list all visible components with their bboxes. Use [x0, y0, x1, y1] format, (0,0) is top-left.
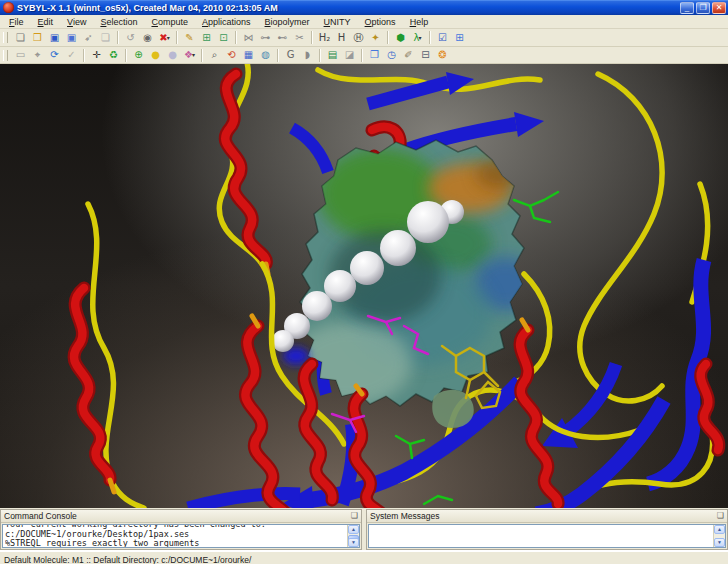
- command-console-body[interactable]: Your current working directory has been …: [2, 524, 360, 548]
- recycle-view-icon[interactable]: ♻: [105, 48, 122, 63]
- screen-capture-icon[interactable]: ▭: [12, 48, 29, 63]
- toolbar-grip[interactable]: [3, 32, 8, 43]
- hydrogen-icon: H: [338, 33, 346, 43]
- join-molecules-icon[interactable]: ⋈: [240, 30, 257, 45]
- save-icon[interactable]: ▣: [46, 30, 63, 45]
- fit-view-icon: ⊡: [219, 33, 227, 43]
- menu-selection[interactable]: Selection: [93, 17, 144, 27]
- system-messages-header[interactable]: System Messages ❏: [367, 510, 727, 523]
- unity-gem-icon[interactable]: ⬢: [392, 30, 409, 45]
- menu-unity[interactable]: UNITY: [317, 17, 358, 27]
- light-off-icon[interactable]: ●: [164, 48, 181, 63]
- globe-select-icon[interactable]: ◍: [257, 48, 274, 63]
- add-hydrogens-icon[interactable]: H₂: [316, 30, 333, 45]
- molecular-table-icon: ⊞: [455, 33, 463, 43]
- brush-tool-icon: ✐: [404, 50, 412, 60]
- light-on-icon[interactable]: ●: [147, 48, 164, 63]
- merge-molecules-icon[interactable]: ⊶: [257, 30, 274, 45]
- brush-tool-icon[interactable]: ✐: [400, 48, 417, 63]
- float-panel-icon[interactable]: ❏: [351, 512, 358, 520]
- eraser-icon[interactable]: ◪: [341, 48, 358, 63]
- apply-check-icon[interactable]: ✓: [63, 48, 80, 63]
- molecular-table-icon[interactable]: ⊞: [451, 30, 468, 45]
- menu-biopolymer[interactable]: Biopolymer: [258, 17, 317, 27]
- float-panel-icon[interactable]: ❏: [717, 512, 724, 520]
- menu-options[interactable]: Options: [358, 17, 403, 27]
- hide-hydrogens-icon[interactable]: Ⓗ: [350, 30, 367, 45]
- export-file-icon[interactable]: ➶: [80, 30, 97, 45]
- title-bar: SYBYL-X 1.1 (winnt_os5x), Created Mar 04…: [0, 0, 728, 15]
- menu-file[interactable]: File: [2, 17, 31, 27]
- open-folder-icon[interactable]: ❒: [29, 30, 46, 45]
- menu-view[interactable]: View: [60, 17, 93, 27]
- menu-applications[interactable]: Applications: [195, 17, 258, 27]
- fit-view-icon[interactable]: ⊡: [215, 30, 232, 45]
- view-molecule-icon[interactable]: ⊞: [198, 30, 215, 45]
- toolbar-row-1: ❏❒▣▣➶❏↺◉✖▾✎⊞⊡⋈⊶⊷✂H₂HⒽ✦⬢λ▾☑⊞: [0, 29, 728, 47]
- monitor-molecule-icon[interactable]: ⊟: [417, 48, 434, 63]
- close-button[interactable]: ✕: [712, 2, 726, 14]
- rotate-tool-icon[interactable]: ⟲: [223, 48, 240, 63]
- scroll-down-icon[interactable]: ▼: [348, 538, 359, 547]
- save-as-icon[interactable]: ▣: [63, 30, 80, 45]
- cut-bond-icon[interactable]: ✂: [291, 30, 308, 45]
- key-tool-icon[interactable]: ✦: [367, 30, 384, 45]
- translate-mode-icon[interactable]: ✛: [88, 48, 105, 63]
- menu-help[interactable]: Help: [403, 17, 436, 27]
- molecule-3d-viewport[interactable]: [0, 64, 728, 508]
- restore-button[interactable]: ❐: [696, 2, 710, 14]
- hide-hydrogens-icon: Ⓗ: [354, 33, 364, 43]
- palette-search-icon[interactable]: ❂: [434, 48, 451, 63]
- menu-edit[interactable]: Edit: [31, 17, 61, 27]
- split-molecules-icon[interactable]: ⊷: [274, 30, 291, 45]
- menu-bar: FileEditViewSelectionComputeApplications…: [0, 15, 728, 29]
- toolbar-grip[interactable]: [3, 50, 8, 61]
- grid-letter-icon: G: [287, 50, 295, 60]
- scroll-up-icon[interactable]: ▲: [348, 525, 359, 534]
- command-console-header[interactable]: Command Console ❏: [1, 510, 361, 523]
- delete-x-icon[interactable]: ✖▾: [156, 30, 173, 45]
- residue-tool-icon[interactable]: λ▾: [409, 30, 426, 45]
- system-messages-body[interactable]: ▲ ▼: [368, 524, 726, 548]
- translate-mode-icon: ✛: [92, 50, 100, 60]
- export-file-icon: ➶: [84, 33, 92, 43]
- grid-letter-icon[interactable]: G: [282, 48, 299, 63]
- monitor-molecule-icon: ⊟: [421, 50, 429, 60]
- console-output: Your current working directory has been …: [5, 525, 347, 547]
- zoom-tool-icon[interactable]: ⌕: [206, 48, 223, 63]
- console-scrollbar[interactable]: ▲ ▼: [347, 525, 359, 547]
- scroll-down-icon[interactable]: ▼: [714, 538, 725, 547]
- display-options-icon[interactable]: ▦: [240, 48, 257, 63]
- system-messages-scrollbar[interactable]: ▲ ▼: [713, 525, 725, 547]
- toolbar-separator: [387, 31, 389, 44]
- dropdown-arrow-icon[interactable]: ▾: [192, 50, 195, 60]
- new-file-icon[interactable]: ❏: [12, 30, 29, 45]
- snapshot-camera-icon[interactable]: ◉: [139, 30, 156, 45]
- globe-select-icon: ◍: [261, 50, 270, 60]
- panel-style-icon[interactable]: ▤: [324, 48, 341, 63]
- minimize-button[interactable]: _: [680, 2, 694, 14]
- job-clock-icon[interactable]: ◷: [383, 48, 400, 63]
- undo-ring-icon[interactable]: ↺: [122, 30, 139, 45]
- edit-pencil-icon[interactable]: ✎: [181, 30, 198, 45]
- fit-frame-icon[interactable]: ⌖: [29, 48, 46, 63]
- print-file-icon[interactable]: ❏: [97, 30, 114, 45]
- join-molecules-icon: ⋈: [244, 33, 254, 43]
- new-light-icon[interactable]: ⊕: [130, 48, 147, 63]
- refresh-view-icon[interactable]: ⟳: [46, 48, 63, 63]
- hydrogen-icon[interactable]: H: [333, 30, 350, 45]
- dropdown-arrow-icon[interactable]: ▾: [418, 33, 421, 43]
- status-bar: Default Molecule: M1 :: Default Director…: [0, 550, 728, 564]
- menu-compute[interactable]: Compute: [144, 17, 195, 27]
- dropdown-arrow-icon[interactable]: ▾: [167, 33, 170, 43]
- table-select-icon[interactable]: ☑: [434, 30, 451, 45]
- scroll-up-icon[interactable]: ▲: [714, 525, 725, 534]
- protein-ribbon-scene: [0, 64, 728, 508]
- split-molecules-icon: ⊷: [278, 33, 288, 43]
- binding-site-surface: [288, 140, 537, 406]
- cascade-windows-icon[interactable]: ❐: [366, 48, 383, 63]
- color-palette-icon[interactable]: ❖▾: [181, 48, 198, 63]
- print-file-icon: ❏: [101, 33, 110, 43]
- mouse-settings-icon[interactable]: ◗: [299, 48, 316, 63]
- mouse-settings-icon: ◗: [305, 50, 310, 60]
